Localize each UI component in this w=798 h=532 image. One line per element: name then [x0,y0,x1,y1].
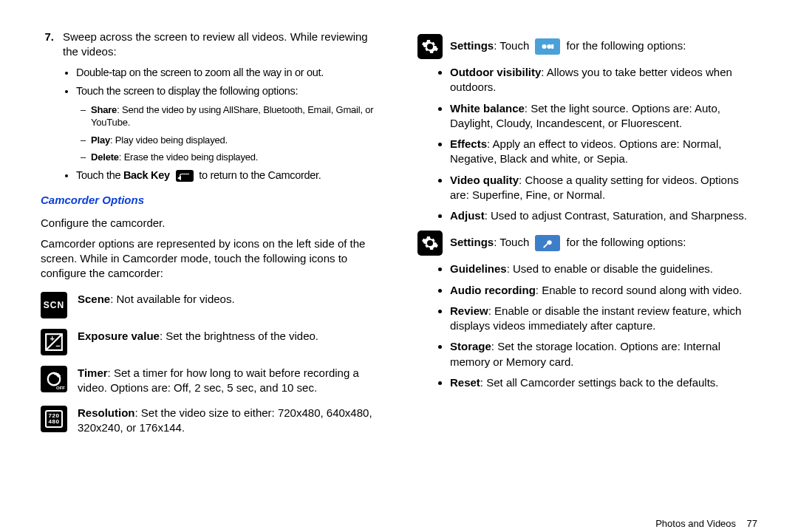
timer-icon: OFF [41,366,67,392]
settings-1-mid: : Touch [494,39,532,52]
resolution-desc: Resolution: Set the video size to either… [78,406,381,436]
scene-label: Scene [78,293,110,305]
resolution-label: Resolution [78,406,135,419]
review-options-list: Double-tap on the screen to zoom all the… [55,66,381,183]
settings-2-text: Settings: Touch for the following option… [450,235,757,251]
footer-page: 77 [747,518,757,529]
guidelines-label: Guidelines [450,262,507,275]
share-play-delete-list: Share: Send the video by using AllShare,… [76,103,381,164]
desc-play: : Play video being displayed. [110,134,228,146]
reset-label: Reset [450,376,480,389]
opt-review: Review: Enable or disable the instant re… [450,304,757,334]
row-timer: OFF Timer: Set a timer for how long to w… [41,366,381,396]
label-share: Share [91,104,117,115]
svg-rect-8 [552,44,554,49]
backkey-pre: Touch the [76,169,123,181]
effects-text: : Apply an effect to videos. Options are… [450,137,721,165]
exposure-icon: +− [41,329,67,355]
settings-row-1: Settings: Touch for the following option… [417,34,757,59]
p-configure: Configure the camcorder. [41,216,381,231]
p-intro: Camcorder options are represented by ico… [41,236,381,282]
guidelines-text: : Used to enable or disable the guidelin… [507,262,713,275]
row-exposure: +− Exposure value: Set the brightness of… [41,329,381,355]
backkey-label: Back Key [123,169,170,181]
settings-2-mid: : Touch [494,236,532,248]
settings-1-text: Settings: Touch for the following option… [450,38,757,55]
audio-label: Audio recording [450,284,536,296]
opt-videoquality: Video quality: Choose a quality setting … [450,173,757,203]
storage-label: Storage [450,340,491,352]
step-text: Sweep across the screen to review all vi… [63,30,381,60]
settings-1-label: Settings [450,39,494,52]
opt-storage: Storage: Set the storage location. Optio… [450,339,757,369]
camera-chip-icon [535,38,560,55]
exposure-label: Exposure value [78,330,160,342]
heading-camcorder-options: Camcorder Options [41,193,381,208]
review-label: Review [450,304,488,317]
opt-effects: Effects: Apply an effect to videos. Opti… [450,137,757,167]
outdoor-label: Outdoor visibility [450,66,541,78]
settings-1-post: for the following options: [563,39,686,52]
scene-desc: Scene: Not available for videos. [78,292,381,307]
timer-text: : Set a timer for how long to wait befor… [78,366,359,394]
back-key-icon [176,170,194,182]
desc-share: : Send the video by using AllShare, Blue… [91,104,373,129]
svg-point-7 [548,44,552,49]
backkey-post: to return to the Camcorder. [199,169,321,181]
opt-reset: Reset: Set all Camcorder settings back t… [450,375,757,390]
wrench-chip-icon [535,235,560,251]
settings-2-post: for the following options: [563,236,686,248]
svg-text:+: + [50,334,55,343]
label-delete: Delete [91,151,119,163]
adjust-text: : Used to adjust Contrast, Saturation, a… [485,209,747,222]
page-footer: Photos and Videos 77 [0,517,798,532]
step-number: 7. [41,30,54,60]
exposure-text: : Set the brightness of the video. [160,330,318,342]
bullet-doubletap: Double-tap on the screen to zoom all the… [76,66,381,81]
svg-text:−: − [55,341,60,349]
footer-section: Photos and Videos [655,518,736,529]
settings-2-label: Settings [450,236,494,248]
exposure-desc: Exposure value: Set the brightness of th… [78,329,381,344]
audio-text: : Enable to record sound along with vide… [536,284,742,296]
desc-delete: : Erase the video being displayed. [119,151,258,163]
effects-label: Effects [450,137,487,150]
label-play: Play [91,134,110,146]
gear-icon-2 [417,231,443,256]
scene-text: : Not available for videos. [110,293,234,305]
page: 7. Sweep across the screen to review all… [0,0,798,517]
timer-desc: Timer: Set a timer for how long to wait … [78,366,381,396]
opt-outdoor: Outdoor visibility: Allows you to take b… [450,65,757,95]
review-text: : Enable or disable the instant review f… [450,304,741,332]
dash-delete: Delete: Erase the video being displayed. [91,151,381,164]
storage-text: : Set the storage location. Options are:… [450,340,720,367]
settings-row-2: Settings: Touch for the following option… [417,231,757,256]
left-column: 7. Sweep across the screen to review all… [41,30,381,502]
settings-1-list: Outdoor visibility: Allows you to take b… [429,65,757,223]
dash-share: Share: Send the video by using AllShare,… [91,103,381,129]
row-resolution: 720 480 Resolution: Set the video size t… [41,406,381,436]
wb-label: White balance [450,102,525,115]
adjust-label: Adjust [450,209,485,222]
bullet-touch-text: Touch the screen to display the followin… [76,85,298,97]
svg-point-6 [542,44,547,49]
resolution-icon: 720 480 [41,406,67,432]
opt-adjust: Adjust: Used to adjust Contrast, Saturat… [450,208,757,223]
reset-text: : Set all Camcorder settings back to the… [480,376,719,389]
scene-icon: SCN [41,292,67,318]
bullet-touch-options: Touch the screen to display the followin… [76,84,381,164]
opt-guidelines: Guidelines: Used to enable or disable th… [450,262,757,276]
vq-label: Video quality [450,174,519,186]
timer-label: Timer [78,366,108,379]
opt-audiorec: Audio recording: Enable to record sound … [450,283,757,298]
right-column: Settings: Touch for the following option… [417,30,757,502]
settings-2-list: Guidelines: Used to enable or disable th… [429,262,757,390]
bullet-backkey: Touch the Back Key to return to the Camc… [76,168,381,183]
opt-whitebalance: White balance: Set the light source. Opt… [450,101,757,132]
dash-play: Play: Play video being displayed. [91,134,381,147]
row-scene: SCN Scene: Not available for videos. [41,292,381,318]
step-7: 7. Sweep across the screen to review all… [41,30,381,60]
gear-icon [417,34,443,59]
